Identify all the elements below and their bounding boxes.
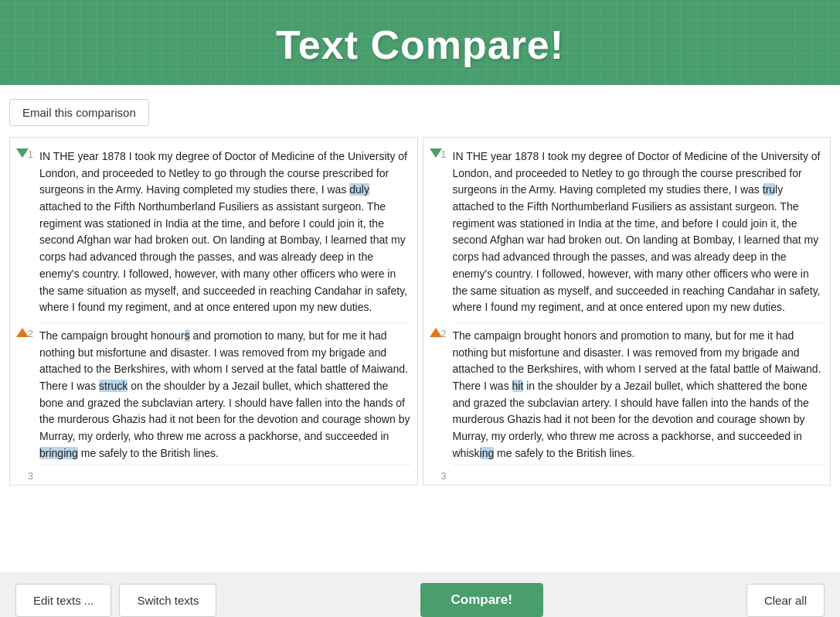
footer: Edit texts ... Switch texts Compare! Cle… [0,572,840,617]
right-text-1b: ly attached to the Fifth Northumberland … [453,183,821,313]
right-panel: 1 IN THE year 1878 I took my degree of D… [423,137,831,486]
right-section-2: 2 The campaign brought honors and promot… [453,322,825,465]
left-text-2d: me safely to the British lines. [78,447,219,459]
line-num-left-2: 2 [18,326,33,342]
right-section-3: 3 [453,465,825,479]
left-hl-2a: s [185,329,190,342]
switch-texts-button[interactable]: Switch texts [119,584,216,617]
left-text-1b: attached to the Fifth Northumberland Fus… [39,200,407,313]
clear-all-button[interactable]: Clear all [746,584,825,617]
footer-left-buttons: Edit texts ... Switch texts [15,584,216,617]
line-num-left-3: 3 [18,469,33,484]
right-section-1: 1 IN THE year 1878 I took my degree of D… [453,144,825,319]
page-title: Text Compare! [0,22,840,68]
line-num-right-3: 3 [431,469,447,484]
compare-panels: 1 IN THE year 1878 I took my degree of D… [9,137,831,486]
left-text-2a: The campaign brought honour [39,329,185,342]
line-num-left-1: 1 [18,147,33,162]
page-header: Text Compare! [0,0,840,85]
right-hl-2a: hit [512,380,524,392]
right-text-2c: me safely to the British lines. [494,447,634,459]
edit-texts-button[interactable]: Edit texts ... [15,584,111,617]
left-section-1: 1 IN THE year 1878 I took my degree of D… [39,144,411,319]
right-hl-2b: ing [480,447,495,459]
left-hl-2c: bringing [39,447,78,459]
left-hl-2b: struck [99,380,128,392]
left-hl-1a: duly [349,183,369,196]
right-panel-inner: 1 IN THE year 1878 I took my degree of D… [423,138,831,485]
email-comparison-button[interactable]: Email this comparison [9,99,149,126]
right-hl-1a: tru [763,183,775,196]
line-num-right-2: 2 [431,326,447,342]
left-panel: 1 IN THE year 1878 I took my degree of D… [9,137,418,486]
left-panel-inner: 1 IN THE year 1878 I took my degree of D… [10,138,417,485]
left-section-3: 3 [39,465,411,479]
left-section-2: 2 The campaign brought honours and promo… [39,322,411,465]
main-content: Email this comparison 1 IN THE year 1878… [0,85,840,572]
compare-button[interactable]: Compare! [420,583,543,617]
line-num-right-1: 1 [431,147,447,162]
